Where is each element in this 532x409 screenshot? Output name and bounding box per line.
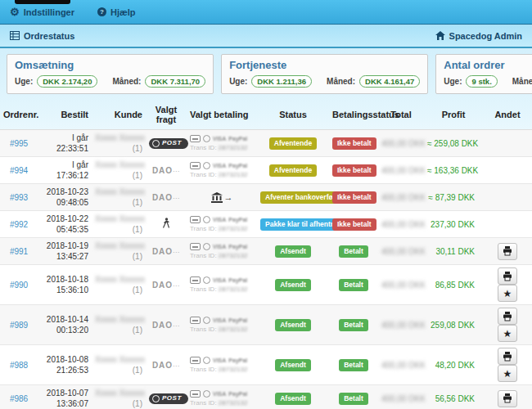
card-circle-icon xyxy=(203,162,210,169)
transaction-id: Trans ID: 28732132 xyxy=(190,171,254,178)
total-cell: 400,00 DKK xyxy=(378,184,424,211)
revenue-month-value: DKK 7.311,70 xyxy=(145,75,205,88)
dao-logo: DAO⋯ xyxy=(152,361,180,370)
total-cell: 400,00 DKK xyxy=(378,238,424,265)
profit-value: 259,08 DKK xyxy=(424,305,483,345)
orderstatus-link[interactable]: Ordrestatus xyxy=(10,31,74,41)
header-profit: Profit xyxy=(424,101,483,130)
payment-method-icons: VISA PayPal xyxy=(190,243,254,250)
transaction-id: Trans ID: 28732132 xyxy=(190,285,254,293)
order-link[interactable]: #986 xyxy=(10,394,28,403)
settings-link[interactable]: ⚙ Indstillinger xyxy=(10,7,74,17)
payment-status-badge: Betalt xyxy=(339,245,368,258)
shipping-cell: DAO⋯ xyxy=(146,265,187,305)
order-link[interactable]: #994 xyxy=(10,166,28,175)
card-circle-icon xyxy=(203,390,210,398)
print-button[interactable] xyxy=(498,267,517,285)
status-badge: Afsendt xyxy=(275,245,311,258)
sub-navbar: Ordrestatus Spacedog Admin xyxy=(0,25,532,48)
payment-method-icons: VISA PayPal xyxy=(190,276,254,284)
customer-cell: Xxxxx Xxxxxx(1) xyxy=(92,345,146,385)
print-button[interactable] xyxy=(498,390,517,407)
orders-week-value: 9 stk. xyxy=(466,75,497,88)
header-status: Status xyxy=(257,101,329,130)
profit-value: ≈ 259,08 DKK xyxy=(424,130,483,157)
profit-value: 48,20 DKK xyxy=(424,345,483,385)
header-ordrenr: Ordrenr. xyxy=(0,101,38,130)
help-link[interactable]: ? Hjælp xyxy=(97,7,136,17)
order-link[interactable]: #993 xyxy=(10,193,28,202)
profit-value: 237,30 DKK xyxy=(424,211,483,238)
payment-cell: VISA PayPal Trans ID: 28732132 xyxy=(187,385,257,409)
profit-value: ≈ 163,36 DKK xyxy=(424,157,483,184)
actions-cell xyxy=(483,130,532,157)
customer-cell: Xxxxx Xxxxxx(1) xyxy=(92,184,146,211)
shipping-cell: DAO⋯ xyxy=(146,305,187,345)
print-button[interactable] xyxy=(498,308,517,325)
order-date: 2018-10-0713:36:07 xyxy=(38,385,92,409)
post-danmark-logo: POST xyxy=(149,393,188,404)
total-cell: 400,00 DKK xyxy=(378,345,424,385)
table-row: #990 2018-10-1815:36:10 Xxxxx Xxxxxx(1) … xyxy=(0,265,532,305)
order-date: I går17:36:12 xyxy=(38,157,92,184)
star-icon: ★ xyxy=(503,329,512,339)
status-badge: Afsendt xyxy=(275,319,311,331)
printer-icon xyxy=(503,393,512,403)
dankort-icon xyxy=(190,216,201,223)
dao-logo: DAO⋯ xyxy=(152,281,180,290)
printer-icon xyxy=(503,312,512,321)
revenue-title: Omsætning xyxy=(15,59,205,71)
total-cell: 400,00 DKK xyxy=(378,385,424,409)
favorite-button[interactable]: ★ xyxy=(498,285,517,302)
payment-cell: VISA PayPal Trans ID: 28732132 xyxy=(187,211,257,238)
card-circle-icon xyxy=(203,243,210,250)
order-link[interactable]: #990 xyxy=(10,281,28,290)
order-link[interactable]: #988 xyxy=(10,361,28,370)
print-button[interactable] xyxy=(498,348,517,365)
paypal-logo: PayPal xyxy=(228,136,247,142)
table-row: #992 2018-10-2205:45:35 Xxxxx Xxxxxx(1) … xyxy=(0,211,532,238)
summary-boxes: Omsætning Uge: DKK 2.174,20 Måned: DKK 7… xyxy=(0,48,532,98)
printer-icon xyxy=(503,352,512,362)
payment-method-icons: VISA PayPal xyxy=(190,390,254,398)
favorite-button[interactable]: ★ xyxy=(498,365,517,382)
print-button[interactable] xyxy=(498,243,517,260)
dao-logo: DAO⋯ xyxy=(152,193,180,202)
account-link[interactable]: Spacedog Admin xyxy=(435,31,522,41)
favorite-button[interactable]: ★ xyxy=(498,325,517,342)
table-row: #995 I går22:33:51 Xxxxx Xxxxxx(1) POST … xyxy=(0,130,532,157)
paypal-logo: PayPal xyxy=(228,277,247,283)
paypal-logo: PayPal xyxy=(228,391,247,397)
order-link[interactable]: #995 xyxy=(10,139,28,148)
table-row: #991 2018-10-1913:45:27 Xxxxx Xxxxxx(1) … xyxy=(0,238,532,265)
printer-icon xyxy=(503,272,512,281)
transaction-id: Trans ID: 28732132 xyxy=(190,399,254,407)
week-label: Uge: xyxy=(229,77,247,86)
order-link[interactable]: #992 xyxy=(10,220,28,229)
header-fragt: Valgt fragt xyxy=(146,101,187,130)
visa-logo: VISA xyxy=(213,391,226,397)
order-date: 2018-10-2309:48:05 xyxy=(38,184,92,211)
card-circle-icon xyxy=(203,216,210,223)
status-badge: Afsendt xyxy=(275,393,311,405)
order-link[interactable]: #991 xyxy=(10,247,28,256)
dao-logo: DAO⋯ xyxy=(152,321,180,330)
payment-status-badge: Betalt xyxy=(339,393,368,405)
dankort-icon xyxy=(190,243,201,250)
week-label: Uge: xyxy=(444,77,462,86)
customer-cell: Xxxxx Xxxxxx(1) xyxy=(92,130,146,157)
table-row: #989 2018-10-1400:13:20 Xxxxx Xxxxxx(1) … xyxy=(0,305,532,345)
paypal-logo: PayPal xyxy=(228,163,247,169)
profit-title: Fortjeneste xyxy=(229,59,420,71)
actions-cell xyxy=(483,238,532,265)
profit-month-value: DKK 4.161,47 xyxy=(359,75,420,88)
header-kunde: Kunde xyxy=(92,101,146,130)
star-icon: ★ xyxy=(503,369,512,379)
payment-method-icons: VISA PayPal xyxy=(190,216,254,223)
profit-value: 86,85 DKK xyxy=(424,265,483,305)
actions-cell: ★ xyxy=(483,305,532,345)
post-danmark-logo: POST xyxy=(149,138,188,149)
dao-logo: DAO⋯ xyxy=(152,166,180,175)
order-link[interactable]: #989 xyxy=(10,321,28,330)
payment-status-badge: Betalt xyxy=(339,319,368,331)
